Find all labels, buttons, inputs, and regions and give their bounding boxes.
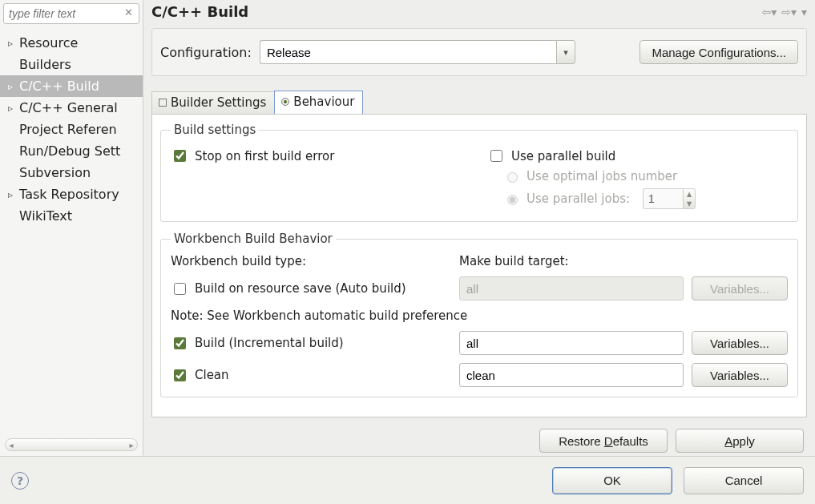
behaviour-tab-icon bbox=[281, 98, 289, 106]
use-optimal-jobs-label: Use optimal jobs number bbox=[527, 169, 677, 183]
use-parallel-jobs-radio bbox=[507, 195, 518, 205]
tree-item[interactable]: ▹C/C++ Build bbox=[0, 75, 143, 97]
tree-expander-icon[interactable]: ▹ bbox=[6, 103, 14, 114]
builder-settings-tab-icon bbox=[159, 99, 167, 107]
clean-label: Clean bbox=[195, 368, 229, 382]
configuration-combo[interactable]: ▾ bbox=[260, 40, 631, 64]
filter-input[interactable] bbox=[3, 3, 139, 24]
cancel-button[interactable]: Cancel bbox=[684, 467, 804, 494]
tree-item-label: WikiText bbox=[19, 208, 72, 224]
tree-item[interactable]: ▹Task Repository bbox=[0, 183, 143, 205]
tree-item-label: Subversion bbox=[19, 165, 91, 180]
clean-variables-button[interactable]: Variables... bbox=[692, 363, 788, 387]
build-settings-group: Build settings Stop on first build error bbox=[160, 123, 798, 222]
incremental-build-row[interactable]: Build (Incremental build) bbox=[171, 333, 451, 354]
build-settings-legend: Build settings bbox=[171, 123, 259, 137]
auto-build-label: Build on resource save (Auto build) bbox=[195, 281, 406, 296]
tree-expander-icon[interactable]: ▹ bbox=[6, 81, 14, 92]
tree-item-label: Run/Debug Sett bbox=[19, 143, 120, 159]
help-icon[interactable]: ? bbox=[11, 472, 29, 490]
workbench-build-type-header: Workbench build type: bbox=[171, 254, 451, 268]
tree-item[interactable]: ▹Resource bbox=[0, 32, 143, 54]
tree-expander-icon[interactable]: ▹ bbox=[6, 189, 14, 200]
tree-item-label: Task Repository bbox=[19, 187, 119, 202]
tabbar: Builder Settings Behaviour bbox=[151, 91, 807, 115]
apply-button[interactable]: Apply bbox=[676, 429, 804, 453]
page-header-tools: ⇦▾ ⇨▾ ▾ bbox=[761, 6, 807, 18]
make-build-target-header: Make build target: bbox=[459, 254, 684, 268]
scroll-right-icon[interactable]: ▸ bbox=[126, 439, 137, 450]
spinner-up-icon: ▲ bbox=[684, 189, 695, 199]
use-parallel-build-row[interactable]: Use parallel build bbox=[487, 145, 788, 167]
clean-target-input[interactable] bbox=[459, 363, 684, 387]
tree-item[interactable]: WikiText bbox=[0, 205, 143, 227]
use-parallel-build-checkbox[interactable] bbox=[490, 150, 502, 162]
page-menu-icon[interactable]: ▾ bbox=[801, 6, 807, 18]
auto-build-note: Note: See Workbench automatic build pref… bbox=[171, 308, 788, 323]
ok-button[interactable]: OK bbox=[552, 467, 672, 494]
parallel-jobs-value bbox=[643, 188, 683, 209]
incremental-build-checkbox[interactable] bbox=[174, 337, 186, 349]
incremental-build-label: Build (Incremental build) bbox=[195, 336, 344, 350]
incremental-build-variables-button[interactable]: Variables... bbox=[692, 331, 788, 355]
tab-behaviour-page: Build settings Stop on first build error bbox=[151, 115, 807, 417]
tree-item[interactable]: Run/Debug Sett bbox=[0, 140, 143, 162]
preferences-tree-pane: ✕ ▹ResourceBuilders▹C/C++ Build▹C/C++ Ge… bbox=[0, 0, 143, 456]
auto-build-checkbox[interactable] bbox=[174, 283, 186, 295]
configuration-row: Configuration: ▾ Manage Configurations..… bbox=[151, 28, 807, 76]
configuration-dropdown-icon[interactable]: ▾ bbox=[556, 40, 575, 64]
parallel-jobs-spinner: ▲ ▼ bbox=[643, 188, 696, 209]
tree-item[interactable]: ▹C/C++ General bbox=[0, 97, 143, 119]
nav-back-icon[interactable]: ⇦▾ bbox=[761, 6, 777, 18]
tree-item-label: C/C++ General bbox=[19, 100, 118, 115]
tree-horizontal-scrollbar[interactable]: ◂ ▸ bbox=[5, 438, 138, 451]
stop-on-first-error-checkbox[interactable] bbox=[174, 150, 186, 162]
tree-item-label: C/C++ Build bbox=[19, 79, 99, 94]
tree-expander-icon[interactable]: ▹ bbox=[6, 38, 14, 49]
use-parallel-jobs-row: Use parallel jobs: ▲ ▼ bbox=[487, 186, 788, 212]
tab-behaviour-label: Behaviour bbox=[293, 95, 354, 109]
manage-configurations-button[interactable]: Manage Configurations... bbox=[639, 40, 798, 64]
tab-behaviour[interactable]: Behaviour bbox=[274, 91, 363, 114]
tree-item-label: Builders bbox=[19, 57, 71, 72]
tree-item-label: Resource bbox=[19, 35, 78, 50]
preferences-tree[interactable]: ▹ResourceBuilders▹C/C++ Build▹C/C++ Gene… bbox=[0, 26, 143, 435]
workbench-build-behavior-group: Workbench Build Behavior Workbench build… bbox=[160, 232, 798, 397]
stop-on-first-error-row[interactable]: Stop on first build error bbox=[171, 145, 471, 167]
restore-defaults-button[interactable]: Restore Defaults bbox=[539, 429, 668, 453]
incremental-build-target-input[interactable] bbox=[459, 331, 684, 355]
use-parallel-build-label: Use parallel build bbox=[511, 149, 615, 163]
use-optimal-jobs-row: Use optimal jobs number bbox=[487, 167, 788, 186]
scroll-left-icon[interactable]: ◂ bbox=[6, 439, 17, 450]
tree-item[interactable]: Project Referen bbox=[0, 119, 143, 140]
tab-builder-settings-label: Builder Settings bbox=[171, 95, 266, 110]
use-parallel-jobs-label: Use parallel jobs: bbox=[527, 192, 630, 206]
tree-item-label: Project Referen bbox=[19, 122, 117, 137]
auto-build-variables-button: Variables... bbox=[692, 276, 788, 300]
tree-item[interactable]: Builders bbox=[0, 54, 143, 75]
tab-builder-settings[interactable]: Builder Settings bbox=[151, 91, 275, 114]
page-title: C/C++ Build bbox=[151, 3, 248, 20]
configuration-label: Configuration: bbox=[160, 45, 252, 60]
stop-on-first-error-label: Stop on first build error bbox=[195, 149, 334, 163]
tree-item[interactable]: Subversion bbox=[0, 162, 143, 183]
auto-build-row[interactable]: Build on resource save (Auto build) bbox=[171, 278, 451, 300]
use-optimal-jobs-radio bbox=[507, 172, 518, 183]
workbench-build-behavior-legend: Workbench Build Behavior bbox=[171, 232, 336, 246]
clean-row[interactable]: Clean bbox=[171, 365, 451, 386]
clean-checkbox[interactable] bbox=[174, 369, 186, 381]
auto-build-target-input bbox=[459, 276, 684, 300]
spinner-down-icon: ▼ bbox=[684, 199, 695, 208]
nav-forward-icon[interactable]: ⇨▾ bbox=[781, 6, 797, 18]
configuration-value[interactable] bbox=[260, 40, 556, 64]
